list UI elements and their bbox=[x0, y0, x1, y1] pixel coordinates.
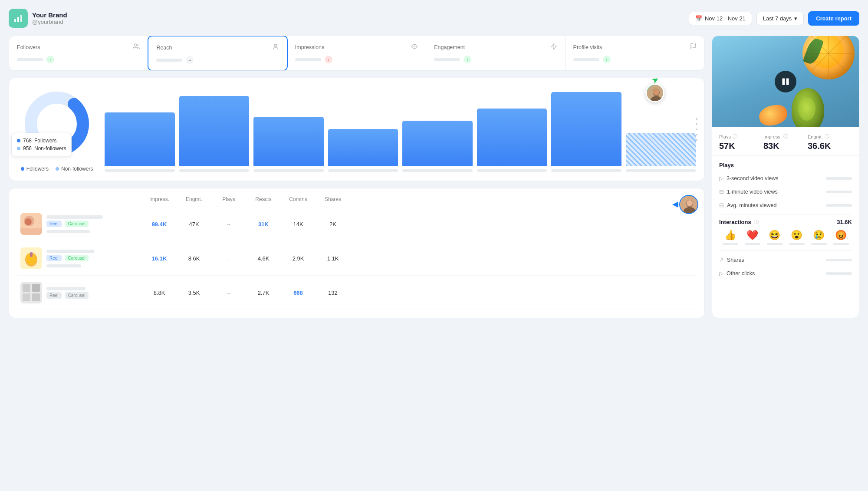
cell-engmt-3: 3.5K bbox=[177, 290, 211, 296]
bar-group bbox=[328, 88, 398, 166]
create-report-button[interactable]: Create report bbox=[808, 11, 859, 26]
post-title-bar-3 bbox=[46, 287, 85, 290]
date-range-picker[interactable]: 📅 Nov 12 - Nov 21 bbox=[689, 12, 752, 25]
post-title-bar-2 bbox=[46, 250, 94, 253]
stat-card-reach[interactable]: Reach → bbox=[148, 36, 287, 71]
reach-title: Reach bbox=[156, 45, 172, 51]
bar-2 bbox=[253, 117, 324, 166]
stats-cards: Followers ↑ bbox=[9, 36, 705, 71]
cell-impress-2: 16.1K bbox=[142, 255, 177, 262]
period-dropdown[interactable]: Last 7 days ▾ bbox=[756, 12, 804, 25]
bar-group bbox=[477, 88, 547, 166]
engagement-change-up: ↑ bbox=[464, 56, 471, 63]
cell-comms-1: 14K bbox=[281, 221, 316, 227]
brand-handle: @yourbrand bbox=[32, 19, 67, 25]
post-sub-bar-1 bbox=[46, 230, 90, 233]
post-stats-row: Plays ⓘ 57K Impress. ⓘ 83K Engmt. ⓘ 36.6… bbox=[712, 127, 859, 156]
engmt-value: 36.6K bbox=[808, 141, 852, 151]
header-controls: 📅 Nov 12 - Nov 21 Last 7 days ▾ Create r… bbox=[689, 11, 859, 26]
profile-visits-title: Profile visits bbox=[573, 44, 602, 50]
stat-card-followers[interactable]: Followers ↑ bbox=[9, 36, 148, 70]
metric-label-2: 1-minute video views bbox=[727, 189, 778, 195]
nav-arrow: ◀ bbox=[672, 199, 678, 209]
impressions-title: Impressions bbox=[295, 44, 324, 50]
plays-info-icon[interactable]: ⓘ bbox=[733, 133, 737, 140]
divider-1 bbox=[719, 214, 852, 214]
tag-carousel-2: Carousel bbox=[65, 255, 89, 261]
haha-emoji: 😆 bbox=[769, 230, 780, 241]
reaction-haha: 😆 bbox=[763, 230, 786, 245]
col-comms: Comms bbox=[281, 196, 316, 202]
svg-rect-27 bbox=[23, 284, 30, 292]
donut-tooltip: 768 Followers 956 Non-followers bbox=[11, 133, 72, 156]
table-header: Impress. Engmt. Plays Reacts Comms Share… bbox=[17, 196, 697, 207]
stat-card-engagement[interactable]: Engagement ↑ bbox=[426, 36, 565, 70]
tag-reel-2: Reel bbox=[46, 255, 62, 261]
engmt-info-icon[interactable]: ⓘ bbox=[825, 133, 829, 140]
svg-point-5 bbox=[414, 46, 415, 47]
stat-card-impressions[interactable]: Impressions ↓ bbox=[287, 36, 426, 70]
stat-card-profile-visits[interactable]: Profile visits ↑ bbox=[566, 36, 704, 70]
svg-rect-21 bbox=[20, 228, 42, 235]
svg-rect-30 bbox=[32, 293, 40, 301]
metric-3sec-views: ▷ 3-second video views bbox=[719, 174, 852, 183]
post-info-1: Reel Carousel bbox=[20, 213, 142, 235]
tag-reel-3: Reel bbox=[46, 292, 62, 299]
svg-rect-37 bbox=[786, 79, 789, 85]
profile-visits-icon bbox=[690, 43, 697, 51]
bar-group bbox=[105, 88, 175, 166]
brand-info: Your Brand @yourbrand bbox=[9, 9, 67, 28]
non-followers-tooltip-label: Non-followers bbox=[34, 145, 66, 152]
non-followers-count: 956 bbox=[23, 145, 32, 152]
bars-area: ➤ bbox=[105, 88, 696, 172]
legend-non-followers-dot bbox=[56, 167, 59, 171]
followers-icon bbox=[133, 43, 140, 51]
post-avatar-indicator bbox=[679, 195, 698, 214]
post-meta-3: Reel Carousel bbox=[46, 287, 89, 299]
interactions-count: 31.6K bbox=[837, 219, 852, 225]
date-range-label: Nov 12 - Nov 21 bbox=[705, 15, 746, 22]
stat-plays: Plays ⓘ 57K bbox=[719, 133, 763, 151]
bars-container bbox=[105, 88, 696, 166]
col-reacts: Reacts bbox=[246, 196, 281, 202]
table-row[interactable]: Reel Carousel 16.1K 8.6K -- 4.6K 2.9K 1.… bbox=[17, 241, 697, 276]
impress-info-icon[interactable]: ⓘ bbox=[783, 133, 788, 140]
post-info-2: Reel Carousel bbox=[20, 247, 142, 269]
brand-logo bbox=[9, 9, 28, 28]
play-button-overlay[interactable] bbox=[775, 71, 796, 92]
cell-engmt-1: 47K bbox=[177, 221, 211, 227]
other-clicks-bar bbox=[826, 272, 852, 275]
chart-section: 768 Followers 956 Non-followers bbox=[9, 78, 705, 181]
metric-bar-1 bbox=[826, 177, 852, 180]
bar-group bbox=[551, 88, 621, 166]
table-row[interactable]: Reel Carousel 8.8K 3.5K -- 2.7K 668 132 bbox=[17, 276, 697, 310]
engagement-icon bbox=[550, 43, 557, 51]
post-tags-3: Reel Carousel bbox=[46, 292, 89, 299]
engagement-title: Engagement bbox=[434, 44, 465, 50]
table-row[interactable]: Reel Carousel 99.4K 47K -- 31K 14K 2K bbox=[17, 207, 697, 241]
reach-change-arrow: → bbox=[186, 56, 194, 64]
metric-label-3: Avg. minutes viewed bbox=[727, 202, 776, 208]
interactions-info-icon[interactable]: ⓘ bbox=[754, 219, 759, 225]
impressions-icon bbox=[411, 43, 418, 51]
plays-label: Plays bbox=[719, 134, 731, 139]
metric-other-clicks: ▷ Other clicks bbox=[719, 269, 852, 278]
reaction-like: 👍 bbox=[719, 230, 741, 245]
like-bar bbox=[723, 243, 738, 245]
posts-section: ◀ Impress. Engmt. Plays Reacts Comms Sha… bbox=[9, 188, 705, 318]
cell-shares-3: 132 bbox=[316, 290, 350, 296]
bar-4 bbox=[402, 121, 473, 166]
cell-comms-2: 2.9K bbox=[281, 255, 316, 262]
bar-group bbox=[402, 88, 473, 166]
love-bar bbox=[745, 243, 760, 245]
legend-non-followers: Non-followers bbox=[56, 166, 93, 172]
reaction-love: ❤️ bbox=[741, 230, 763, 245]
plays-section-title: Plays bbox=[719, 162, 852, 168]
followers-title: Followers bbox=[17, 44, 40, 50]
period-label: Last 7 days bbox=[763, 15, 792, 22]
chart-inner: 768 Followers 956 Non-followers bbox=[18, 87, 696, 172]
impress-label: Impress. bbox=[763, 134, 782, 139]
shares-icon: ↗ bbox=[719, 257, 724, 263]
wow-emoji: 😮 bbox=[791, 230, 802, 241]
love-emoji: ❤️ bbox=[746, 230, 758, 241]
